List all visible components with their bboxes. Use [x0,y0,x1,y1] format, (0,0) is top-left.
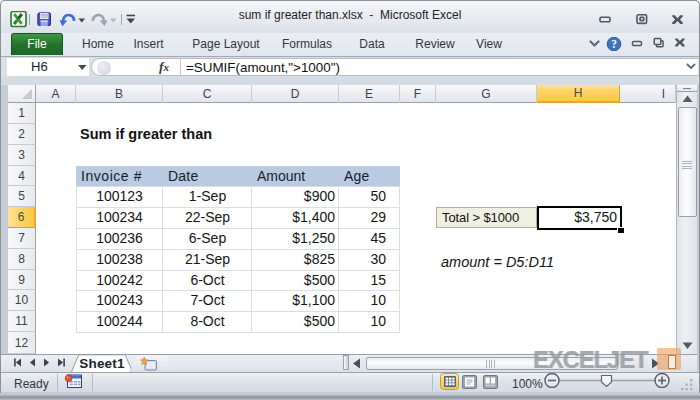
svg-text:?: ? [611,38,617,50]
